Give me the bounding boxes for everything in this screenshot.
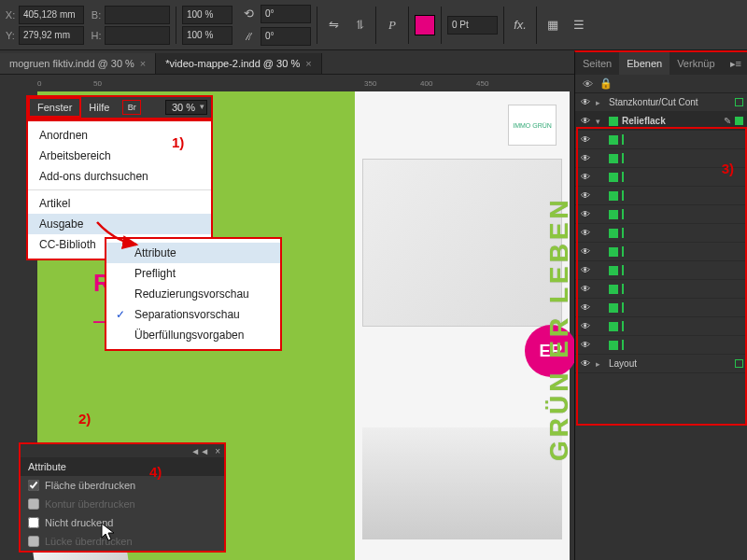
scale-y-field[interactable] [182,26,233,45]
select-indicator[interactable] [622,265,624,275]
close-icon[interactable]: × [215,446,220,456]
eye-icon[interactable]: 👁 [579,116,592,126]
checkbox-flaeche-ueberdrucken[interactable] [28,480,39,491]
close-icon[interactable]: × [305,58,311,69]
align-icon[interactable]: ☰ [569,15,589,35]
shear-field[interactable] [261,27,311,46]
flip-v-icon[interactable]: ⥮ [349,15,370,35]
eye-icon[interactable]: 👁 [579,153,592,163]
eye-icon[interactable]: 👁 [579,265,592,275]
eye-icon[interactable]: 👁 [579,134,592,145]
layer-relieflack[interactable]: 👁▾Relieflack✎ [575,112,747,131]
label-luecke: Lücke überdrucken [45,536,133,547]
eye-icon[interactable]: 👁 [579,284,592,294]
eye-icon[interactable]: 👁 [579,190,592,201]
collapse-icon[interactable]: ◄◄ [190,446,209,456]
label-flaeche: Fläche überdrucken [45,480,135,491]
submenu-separationsvorschau[interactable]: Separationsvorschau [106,304,280,325]
eye-icon[interactable]: 👁 [579,97,592,107]
close-icon[interactable]: × [140,58,146,69]
layer-color-swatch [609,266,618,275]
select-indicator[interactable] [622,134,624,145]
tab-doc-1-label: mogruen fiktiv.indd @ 30 % [9,58,134,69]
attribute-panel: ◄◄× Attribute Fläche überdrucken Kontur … [19,442,226,553]
menu-addons[interactable]: Add-ons durchsuchen [28,166,211,187]
checkbox-nicht-druckend[interactable] [28,517,39,528]
x-field[interactable] [19,6,84,24]
h-label: H: [90,30,103,41]
select-indicator[interactable] [622,284,624,294]
submenu-reduzierung[interactable]: Reduzierungsvorschau [106,284,280,304]
select-indicator[interactable] [622,190,624,201]
layer-color-swatch [609,247,618,257]
eye-icon[interactable]: 👁 [579,228,592,238]
layer-path-item[interactable]: 👁 [575,336,747,355]
scale-x-field[interactable] [182,6,233,24]
chevron-right-icon[interactable]: ▸ [596,359,605,369]
select-indicator[interactable] [622,302,624,313]
tab-seiten[interactable]: Seiten [575,52,619,75]
select-indicator[interactable] [735,117,743,125]
submenu-ueberfuellung[interactable]: Überfüllungsvorgaben [106,325,280,345]
eye-icon[interactable]: 👁 [579,302,592,313]
select-indicator[interactable] [622,153,624,163]
eye-icon[interactable]: 👁 [579,246,592,257]
layer-path-item[interactable]: 👁 [575,131,747,149]
layer-path-item[interactable]: 👁 [575,224,747,243]
select-indicator[interactable] [622,340,624,350]
paragraph-icon[interactable]: P [382,15,402,35]
rotate-field[interactable] [261,5,311,23]
eye-icon[interactable]: 👁 [579,340,592,350]
h-field[interactable] [105,26,170,45]
ruler-tick: 400 [420,79,432,88]
layer-color-swatch [609,210,618,219]
layer-path-item[interactable]: 👁 [575,261,747,280]
select-indicator[interactable] [622,246,624,257]
layer-path-item[interactable]: 👁 [575,205,747,224]
tab-doc-1[interactable]: mogruen fiktiv.indd @ 30 %× [0,53,156,74]
layer-color-swatch [609,341,618,350]
w-field[interactable] [105,6,170,24]
bridge-icon[interactable]: Br [122,100,141,115]
annotation-2: 2) [78,411,91,427]
select-indicator[interactable] [735,98,743,106]
panel-menu-icon[interactable]: ▸≡ [725,58,747,70]
menu-fenster[interactable]: Fenster [28,97,81,118]
grid-icon[interactable]: ▦ [543,15,563,35]
eye-icon[interactable]: 👁 [579,209,592,219]
fx-icon[interactable]: fx. [510,15,530,35]
eye-icon[interactable]: 👁 [579,172,592,182]
stroke-weight-field[interactable] [447,16,498,35]
layer-path-item[interactable]: 👁 [575,187,747,205]
select-indicator[interactable] [622,209,624,219]
select-indicator[interactable] [735,359,743,368]
select-indicator[interactable] [622,172,624,182]
eye-icon[interactable]: 👁 [579,321,592,331]
chevron-down-icon[interactable]: ▾ [596,117,605,126]
layer-path-item[interactable]: 👁 [575,317,747,336]
zoom-dropdown[interactable]: 30 % [165,100,207,115]
fill-swatch[interactable] [415,15,435,35]
select-indicator[interactable] [622,228,624,238]
y-field[interactable] [19,26,84,45]
submenu-preflight[interactable]: Preflight [106,263,280,284]
menu-hilfe[interactable]: Hilfe [81,97,117,118]
flip-h-icon[interactable]: ⇋ [323,15,344,35]
tab-doc-2[interactable]: *video-mappe-2.indd @ 30 %× [156,53,321,74]
layer-path-item[interactable]: 👁 [575,299,747,317]
layer-layout[interactable]: 👁▸Layout [575,355,747,373]
tab-verknuepfungen[interactable]: Verknüp [669,52,722,75]
chevron-right-icon[interactable]: ▸ [596,98,605,107]
layer-path-item[interactable]: 👁 [575,243,747,261]
ruler-tick: 0 [37,79,41,88]
layer-stanzkontur[interactable]: 👁▸Stanzkontur/Cut Cont [575,93,747,112]
eye-icon[interactable]: 👁 [579,358,592,369]
select-indicator[interactable] [622,321,624,331]
annotation-arrow-icon [92,217,148,254]
tab-ebenen[interactable]: Ebenen [619,52,669,75]
artwork-sidetext: GRÜN ER LEBEN [545,95,573,560]
artwork-house-sketch [362,159,562,327]
x-label: X: [4,9,17,21]
layer-path-item[interactable]: 👁 [575,280,747,299]
menu-artikel[interactable]: Artikel [28,193,211,214]
